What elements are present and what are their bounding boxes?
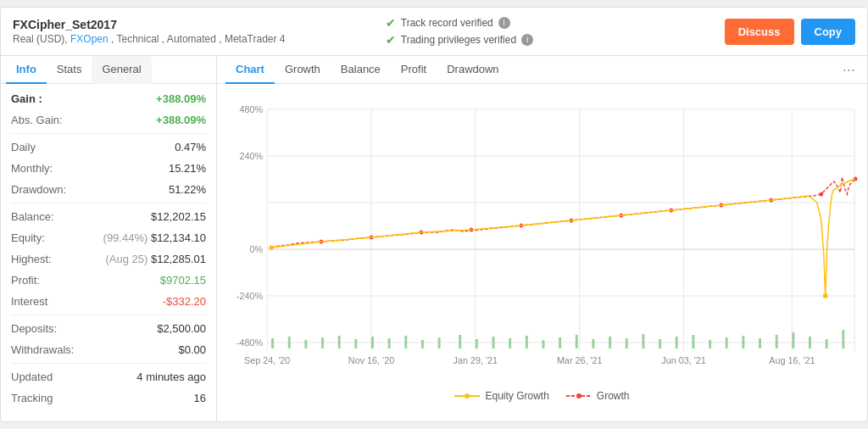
svg-rect-38 [509, 338, 511, 348]
balance-row: Balance: $12,202.15 [11, 210, 206, 227]
svg-rect-35 [459, 335, 461, 348]
profit-value: $9702.15 [160, 274, 206, 287]
svg-rect-29 [354, 339, 357, 348]
deposits-row: Deposits: $2,500.00 [11, 322, 206, 339]
highest-label: Highest: [11, 253, 52, 265]
left-panel: Info Stats General Gain : +388.09% Abs. … [1, 56, 217, 421]
equity-pct: (99.44%) [103, 231, 148, 244]
svg-rect-37 [492, 337, 495, 348]
discuss-button[interactable]: Discuss [725, 19, 794, 45]
chart-tab-profit[interactable]: Profit [391, 56, 437, 84]
main-content: Info Stats General Gain : +388.09% Abs. … [1, 56, 867, 421]
updated-row: Updated 4 minutes ago [11, 370, 206, 387]
daily-value: 0.47% [175, 141, 206, 153]
highest-row: Highest: (Aug 25) $12,285.01 [11, 253, 206, 270]
tracking-row: Tracking 16 [11, 392, 206, 409]
balance-value: $12,202.15 [151, 210, 206, 223]
svg-rect-31 [388, 338, 391, 348]
svg-rect-27 [321, 337, 324, 348]
tracking-label: Tracking [11, 392, 53, 404]
svg-rect-49 [692, 335, 694, 348]
highest-value: (Aug 25) $12,285.01 [105, 253, 206, 265]
chart-tab-drawdown[interactable]: Drawdown [437, 56, 509, 84]
interest-row: Interest -$332.20 [11, 295, 206, 315]
chart-tab-growth[interactable]: Growth [275, 56, 331, 84]
monthly-row: Monthly: 15.21% [11, 162, 206, 179]
svg-rect-51 [726, 337, 728, 348]
svg-point-73 [270, 246, 274, 250]
verification-section: ✔ Track record verified i ✔ Trading priv… [352, 16, 725, 47]
check-icon-track: ✔ [386, 16, 396, 30]
svg-text:480%: 480% [240, 104, 264, 114]
profit-row: Profit: $9702.15 [11, 274, 206, 291]
deposits-label: Deposits: [11, 322, 57, 335]
balance-label: Balance: [11, 210, 54, 223]
header-left: FXCipher_Set2017 Real (USD), FXOpen , Te… [13, 18, 352, 45]
monthly-value: 15.21% [169, 162, 206, 175]
svg-text:-480%: -480% [236, 337, 264, 348]
svg-rect-46 [642, 334, 644, 348]
check-icon-trading: ✔ [386, 33, 396, 47]
svg-text:-240%: -240% [236, 291, 264, 301]
tab-stats[interactable]: Stats [47, 56, 92, 84]
svg-rect-53 [759, 338, 761, 348]
svg-rect-55 [792, 332, 794, 348]
withdrawals-label: Withdrawals: [11, 343, 74, 356]
chart-more-button[interactable]: ··· [839, 58, 859, 82]
svg-rect-33 [421, 340, 424, 348]
svg-rect-52 [742, 336, 744, 348]
chart-tab-balance[interactable]: Balance [331, 56, 391, 84]
svg-rect-48 [676, 337, 678, 348]
monthly-label: Monthly: [11, 162, 53, 175]
tab-general[interactable]: General [92, 56, 151, 84]
header-actions: Discuss Copy [725, 19, 855, 45]
svg-rect-57 [826, 339, 828, 348]
main-container: FXCipher_Set2017 Real (USD), FXOpen , Te… [0, 7, 868, 422]
gain-label: Gain : [11, 92, 42, 105]
fxopen-link[interactable]: FXOpen [70, 33, 108, 45]
profit-label: Profit: [11, 274, 40, 287]
drawdown-value: 51.22% [169, 183, 206, 196]
svg-text:Sep 24, '20: Sep 24, '20 [244, 355, 290, 365]
svg-text:Nov 16, '20: Nov 16, '20 [348, 355, 394, 365]
svg-point-70 [819, 192, 823, 197]
chart-legend: Equity Growth Growth [225, 383, 859, 405]
deposits-value: $2,500.00 [157, 322, 206, 335]
track-record-info-icon[interactable]: i [498, 17, 510, 29]
daily-label: Daily [11, 141, 36, 153]
equity-growth-legend-icon [454, 391, 480, 401]
abs-gain-value: +388.09% [156, 114, 206, 126]
svg-rect-32 [404, 336, 407, 348]
tab-info[interactable]: Info [6, 56, 47, 84]
chart-tab-chart[interactable]: Chart [225, 56, 275, 84]
svg-text:Jan 29, '21: Jan 29, '21 [453, 355, 498, 365]
svg-text:240%: 240% [240, 151, 264, 161]
highest-date: (Aug 25) [105, 253, 147, 265]
updated-value: 4 minutes ago [136, 370, 206, 383]
withdrawals-value: $0.00 [178, 343, 206, 356]
track-record-verified: ✔ Track record verified i [386, 16, 510, 30]
legend-equity-growth: Equity Growth [454, 390, 548, 402]
right-panel: Chart Growth Balance Profit Drawdown ··· [217, 56, 867, 421]
interest-label: Interest [11, 295, 47, 308]
drawdown-row: Drawdown: 51.22% [11, 183, 206, 203]
svg-point-72 [823, 293, 828, 298]
info-panel: Gain : +388.09% Abs. Gain: +388.09% Dail… [1, 84, 216, 421]
equity-label: Equity: [11, 231, 45, 244]
growth-chart: 480% 240% 0% -240% -480% Sep 24, '20 No [225, 92, 859, 381]
trading-privileges-verified: ✔ Trading privileges verified i [386, 33, 533, 47]
trading-privileges-info-icon[interactable]: i [521, 34, 533, 46]
account-subtitle: Real (USD), FXOpen , Technical , Automat… [13, 33, 352, 45]
gain-row: Gain : +388.09% [11, 92, 206, 109]
svg-rect-30 [371, 337, 374, 348]
copy-button[interactable]: Copy [801, 19, 856, 45]
account-title: FXCipher_Set2017 [13, 18, 352, 31]
svg-rect-54 [776, 335, 778, 348]
gain-value: +388.09% [156, 92, 206, 105]
svg-rect-50 [709, 340, 711, 348]
svg-text:Mar 26, '21: Mar 26, '21 [557, 355, 603, 365]
chart-area: 480% 240% 0% -240% -480% Sep 24, '20 No [217, 84, 867, 421]
drawdown-label: Drawdown: [11, 183, 66, 196]
chart-tabs: Chart Growth Balance Profit Drawdown ··· [217, 56, 867, 84]
svg-rect-25 [288, 337, 291, 348]
